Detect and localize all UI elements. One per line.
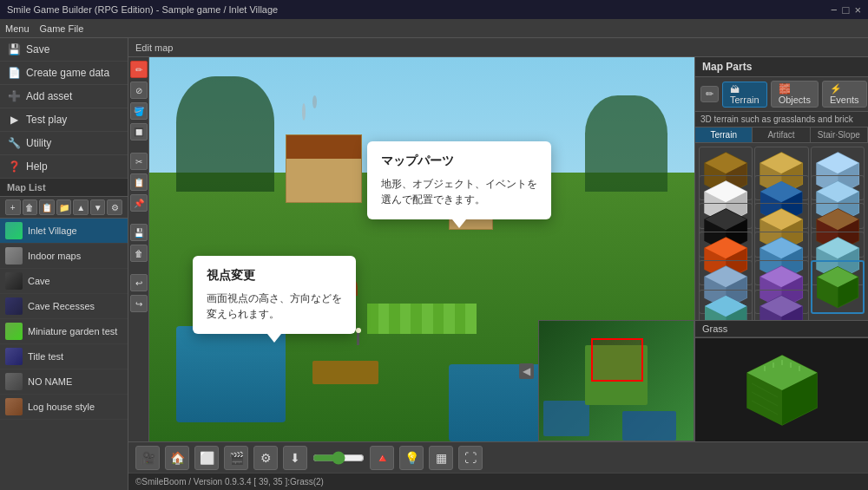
rp-objects-btn[interactable]: 🧱 Objects — [771, 81, 819, 108]
maximize-btn[interactable]: □ — [843, 3, 850, 16]
map-item-miniature[interactable]: Miniature garden test — [0, 319, 128, 344]
forest-right — [585, 95, 667, 192]
edit-toolbar: Edit map — [128, 38, 868, 57]
map-label-no-name: NO NAME — [28, 376, 72, 387]
sidebar-item-help[interactable]: ❓ Help — [0, 155, 128, 179]
map-item-no-name[interactable]: NO NAME — [0, 369, 128, 395]
terrain-tab-artifact[interactable]: Artifact — [753, 127, 810, 142]
main-content-area: ✏ ⊘ 🪣 🔲 ✂ 📋 📌 💾 🗑 ↩ ↪ — [128, 57, 868, 441]
cam2-btn[interactable]: 🎬 — [224, 446, 248, 470]
popup-map-parts-arrow — [452, 219, 466, 228]
map-item-indoor-maps[interactable]: Indoor maps — [0, 244, 128, 269]
sidebar-item-utility[interactable]: 🔧 Utility — [0, 132, 128, 155]
map-item-cave[interactable]: Cave — [0, 269, 128, 294]
fill-btn[interactable]: 🪣 — [130, 102, 148, 120]
close-btn[interactable]: × — [854, 3, 861, 16]
square-btn[interactable]: ⬜ — [194, 446, 219, 470]
mountain-btn[interactable]: 🔺 — [370, 446, 394, 470]
map-add-btn[interactable]: + — [5, 199, 21, 215]
map-viewport[interactable]: マップパーツ 地形、オブジェクト、イベントを選んで配置できます。 視点変更 画面… — [149, 57, 694, 441]
add-asset-icon: ➕ — [7, 89, 21, 103]
map-down-btn[interactable]: ▼ — [90, 199, 106, 215]
right-panel-toolbar: ✏ 🏔 Terrain 🧱 Objects ⚡ Events — [695, 77, 868, 112]
map-label-indoor-maps: Indoor maps — [28, 251, 81, 261]
draw-btn[interactable]: ✏ — [130, 61, 148, 78]
sidebar-label-create: Create game data — [26, 67, 109, 79]
popup-view-change-arrow — [267, 334, 281, 343]
terrain-tab-terrain[interactable]: Terrain — [695, 127, 753, 142]
lamp-1 — [357, 328, 359, 345]
right-panel-header: Map Parts — [695, 57, 868, 77]
save-icon: 💾 — [7, 42, 21, 56]
titlebar-controls[interactable]: − □ × — [831, 3, 861, 16]
select-btn[interactable]: 🔲 — [130, 123, 148, 140]
sidebar-label-utility: Utility — [26, 137, 51, 149]
zoom-slider[interactable] — [312, 451, 365, 465]
rp-terrain-btn[interactable]: 🏔 Terrain — [722, 82, 767, 108]
menubar: Menu Game File — [0, 19, 868, 38]
map-icon-log-house — [5, 398, 23, 415]
terrain-cell-17[interactable] — [754, 290, 808, 320]
map-item-title-test[interactable]: Title test — [0, 344, 128, 369]
import-btn[interactable]: ⬇ — [283, 446, 307, 470]
map-label-title-test: Title test — [28, 351, 63, 362]
utility-icon: 🔧 — [7, 136, 21, 150]
terrain-grid — [695, 143, 868, 320]
building-1-roof — [286, 135, 361, 159]
sidebar-label-help: Help — [26, 160, 48, 173]
terrain-cell-grass[interactable] — [811, 260, 865, 314]
light-btn[interactable]: 💡 — [399, 446, 424, 470]
sidebar-label-test-play: Test play — [26, 114, 67, 126]
expand-btn[interactable]: ⛶ — [458, 446, 483, 470]
objects-tab-icon: 🧱 — [779, 83, 791, 94]
map-icon-title-test — [5, 348, 23, 365]
menu-item-menu[interactable]: Menu — [5, 23, 30, 34]
rp-pencil-btn[interactable]: ✏ — [700, 86, 719, 102]
rp-events-btn[interactable]: ⚡ Events — [822, 81, 867, 108]
map-item-inlet-village[interactable]: Inlet Village — [0, 219, 128, 244]
sidebar-item-add-asset[interactable]: ➕ Add asset — [0, 85, 128, 108]
cam-btn[interactable]: 🎥 — [135, 446, 160, 470]
terrain-tab-stair[interactable]: Stair·Slope — [811, 127, 868, 142]
minimize-btn[interactable]: − — [831, 3, 838, 16]
map-scene: マップパーツ 地形、オブジェクト、イベントを選んで配置できます。 視点変更 画面… — [149, 57, 694, 441]
sidebar-item-create[interactable]: 📄 Create game data — [0, 62, 128, 85]
paste-btn[interactable]: 📌 — [130, 194, 148, 212]
terrain-tabs: Terrain Artifact Stair·Slope — [695, 127, 868, 143]
map-label-cave: Cave — [28, 276, 50, 286]
gear-btn[interactable]: ⚙ — [253, 446, 278, 470]
map-icon-inlet-village — [5, 222, 23, 239]
grass-path — [367, 304, 477, 334]
grid-btn[interactable]: ▦ — [429, 446, 453, 470]
undo-btn[interactable]: ↩ — [130, 274, 148, 291]
terrain-cell-16[interactable] — [699, 290, 753, 320]
preview-cube — [739, 347, 825, 434]
map-list-toolbar: + 🗑 📋 📁 ▲ ▼ ⚙ — [0, 197, 128, 219]
map-folder-btn[interactable]: 📁 — [56, 199, 72, 215]
map-up-btn[interactable]: ▲ — [73, 199, 89, 215]
map-delete-btn[interactable]: 🗑 — [23, 199, 38, 215]
cut-btn[interactable]: ✂ — [130, 153, 148, 170]
sidebar-item-save[interactable]: 💾 Save — [0, 38, 128, 62]
lamp-1-light — [356, 328, 361, 333]
popup-map-parts-body: 地形、オブジェクト、イベントを選んで配置できます。 — [381, 176, 537, 207]
map-item-cave-recesses[interactable]: Cave Recesses — [0, 294, 128, 319]
map-item-log-house[interactable]: Log house style — [0, 395, 128, 420]
map-icon-no-name — [5, 373, 23, 390]
save2-btn[interactable]: 💾 — [130, 224, 148, 241]
map-icon-indoor-maps — [5, 247, 23, 265]
erase-btn[interactable]: ⊘ — [130, 82, 148, 99]
delete-btn[interactable]: 🗑 — [130, 245, 148, 262]
redo-btn[interactable]: ↪ — [130, 295, 148, 312]
main-layout: 💾 Save 📄 Create game data ➕ Add asset ▶ … — [0, 38, 868, 490]
help-icon: ❓ — [7, 160, 21, 173]
menu-item-gamefile[interactable]: Game File — [40, 23, 84, 34]
map-copy-btn[interactable]: 📋 — [39, 199, 55, 215]
sidebar-item-test-play[interactable]: ▶ Test play — [0, 108, 128, 132]
home-btn[interactable]: 🏠 — [165, 446, 189, 470]
minimap-toggle[interactable]: ◀ — [519, 363, 534, 379]
copy-btn[interactable]: 📋 — [130, 173, 148, 191]
map-label-inlet-village: Inlet Village — [28, 225, 77, 236]
map-settings-btn[interactable]: ⚙ — [107, 199, 122, 215]
minimap-water — [543, 401, 589, 436]
